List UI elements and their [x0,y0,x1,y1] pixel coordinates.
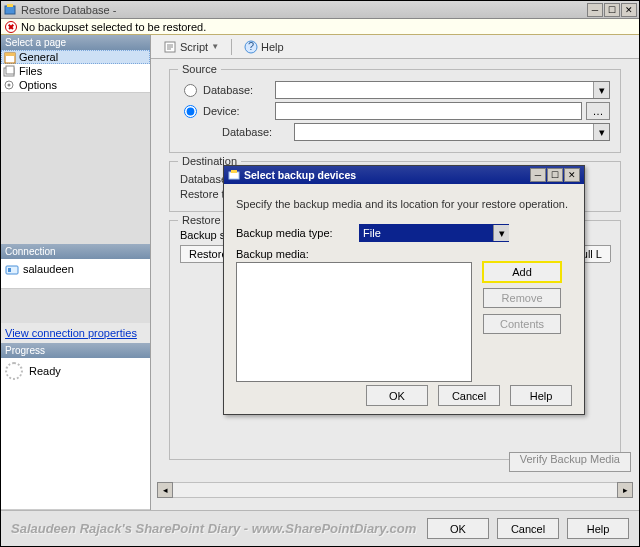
ok-button[interactable]: OK [427,518,489,539]
svg-point-7 [8,84,11,87]
source-database-radio[interactable] [184,84,197,97]
source-legend: Source [178,65,221,75]
sidebar: Select a page General Files Options Conn… [1,35,151,510]
dialog-description: Specify the backup media and its locatio… [236,198,572,210]
svg-rect-13 [229,172,239,179]
error-icon [5,21,17,33]
cancel-button[interactable]: Cancel [497,518,559,539]
dialog-icon [228,169,240,181]
status-message-bar: No backupset selected to be restored. [1,19,639,35]
svg-rect-5 [6,66,14,74]
svg-rect-0 [5,6,15,14]
source-device-database-combo[interactable]: ▾ [294,123,610,141]
backup-media-type-label: Backup media type: [236,227,356,239]
server-icon [5,262,19,276]
svg-rect-1 [7,4,13,7]
close-button[interactable]: ✕ [621,3,637,17]
select-backup-devices-dialog: Select backup devices ─ ☐ ✕ Specify the … [223,165,585,415]
help-button[interactable]: ? Help [238,38,290,56]
window-title: Restore Database - [21,4,586,16]
contents-button[interactable]: Contents [483,314,561,334]
horizontal-scrollbar[interactable]: ◂ ▸ [157,482,633,498]
dialog-minimize-button[interactable]: ─ [530,168,546,182]
source-device-text[interactable] [275,102,582,120]
verify-backup-media-button[interactable]: Verify Backup Media [509,452,631,472]
source-device-radio-label: Device: [203,105,275,117]
files-icon [3,65,15,77]
sidebar-item-label: Options [19,79,57,91]
dialog-maximize-button[interactable]: ☐ [547,168,563,182]
connection-user: salaudeen [23,263,74,275]
svg-rect-3 [5,53,15,56]
dialog-title: Select backup devices [244,169,529,181]
dialog-ok-button[interactable]: OK [366,385,428,406]
minimize-button[interactable]: ─ [587,3,603,17]
chevron-down-icon: ▼ [211,42,219,51]
status-message-text: No backupset selected to be restored. [21,21,206,33]
toolbar: Script ▼ ? Help [151,35,639,59]
script-label: Script [180,41,208,53]
progress-status-text: Ready [29,365,61,377]
help-icon: ? [244,40,258,54]
sidebar-item-options[interactable]: Options [1,78,150,92]
scroll-left-button[interactable]: ◂ [157,482,173,498]
maximize-button[interactable]: ☐ [604,3,620,17]
dialog-help-button[interactable]: Help [510,385,572,406]
dialog-close-button[interactable]: ✕ [564,168,580,182]
backup-media-label: Backup media: [236,248,572,260]
dialog-cancel-button[interactable]: Cancel [438,385,500,406]
help-label: Help [261,41,284,53]
app-icon [3,3,17,17]
window-titlebar: Restore Database - ─ ☐ ✕ [1,1,639,19]
source-database-combo[interactable]: ▾ [275,81,610,99]
script-icon [163,40,177,54]
view-connection-properties-link[interactable]: View connection properties [1,323,150,343]
sidebar-header-progress: Progress [1,343,150,358]
sidebar-item-label: Files [19,65,42,77]
source-device-database-label: Database: [222,126,294,138]
source-device-radio[interactable] [184,105,197,118]
add-button[interactable]: Add [483,262,561,282]
backup-media-type-combo[interactable]: File ▾ [359,224,509,242]
watermark-text: Salaudeen Rajack's SharePoint Diary - ww… [11,521,416,536]
remove-button[interactable]: Remove [483,288,561,308]
sidebar-item-label: General [19,51,58,63]
sidebar-header-select-page: Select a page [1,35,150,50]
script-button[interactable]: Script ▼ [157,38,225,56]
dialog-titlebar: Select backup devices ─ ☐ ✕ [224,166,584,184]
svg-rect-14 [231,170,237,173]
scroll-track[interactable] [173,482,617,498]
source-device-browse-button[interactable]: … [586,102,610,120]
page-icon [4,52,16,64]
chevron-down-icon: ▾ [593,124,609,140]
scroll-right-button[interactable]: ▸ [617,482,633,498]
svg-rect-8 [6,266,18,274]
backup-media-type-value: File [363,227,381,239]
svg-rect-9 [8,268,11,272]
chevron-down-icon: ▾ [593,82,609,98]
sidebar-item-general[interactable]: General [1,50,150,64]
sidebar-header-connection: Connection [1,244,150,259]
progress-spinner-icon [5,362,23,380]
options-icon [3,79,15,91]
backup-media-listbox[interactable] [236,262,472,382]
chevron-down-icon: ▾ [493,225,509,241]
svg-text:?: ? [248,40,254,52]
source-group: Source Database: ▾ Device: … Data [169,69,621,153]
sidebar-item-files[interactable]: Files [1,64,150,78]
toolbar-divider [231,39,232,55]
source-database-radio-label: Database: [203,84,275,96]
help-button[interactable]: Help [567,518,629,539]
